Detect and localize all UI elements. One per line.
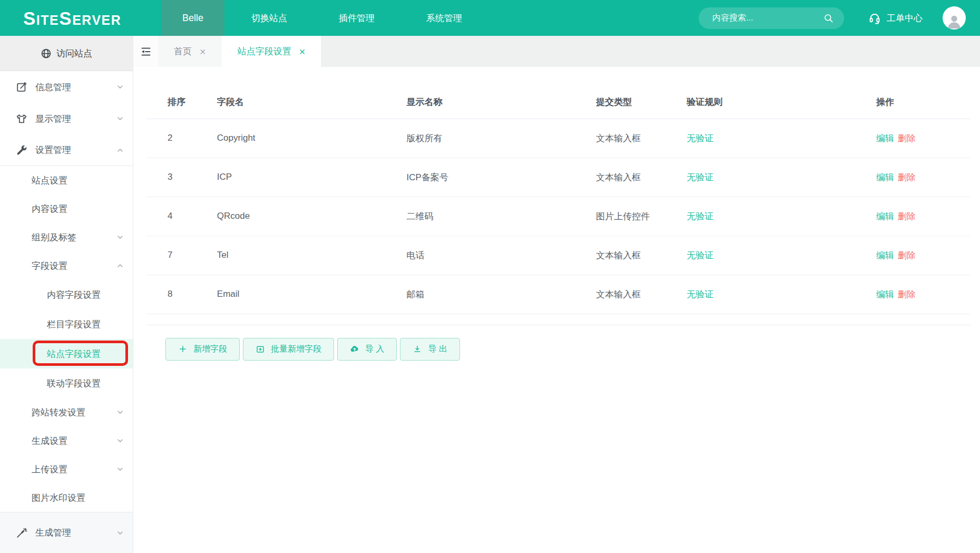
- sidebar-item-label: 生成设置: [32, 435, 67, 447]
- validation-rule-link[interactable]: 无验证: [687, 133, 713, 143]
- sidebar-item[interactable]: 设置管理: [0, 134, 133, 166]
- add-field-button[interactable]: 新增字段: [165, 338, 240, 361]
- header-nav-item[interactable]: 插件管理: [333, 12, 380, 24]
- sort-cell: 7: [146, 236, 196, 275]
- validation-rule-cell: 无验证: [665, 158, 855, 197]
- delete-link[interactable]: 删除: [898, 250, 916, 260]
- sidebar-item[interactable]: 生成设置: [0, 426, 133, 455]
- current-site-tab[interactable]: Belle: [161, 0, 224, 36]
- validation-rule-link[interactable]: 无验证: [687, 250, 713, 260]
- sidebar-item[interactable]: 组别及标签: [0, 223, 133, 251]
- header-nav-item[interactable]: 切换站点: [246, 12, 293, 24]
- chevron-up-icon: [116, 261, 124, 270]
- sidebar-item-label: 联动字段设置: [47, 377, 101, 390]
- edit-link[interactable]: 编辑: [876, 172, 894, 182]
- sidebar-item-label: 字段设置: [32, 260, 67, 272]
- validation-rule-cell: 无验证: [665, 119, 855, 158]
- button-label: 批量新增字段: [271, 344, 321, 355]
- tab-active[interactable]: 站点字段设置×: [222, 36, 321, 67]
- sidebar-item-label: 图片水印设置: [32, 492, 85, 504]
- header-nav-item[interactable]: 系统管理: [420, 12, 468, 24]
- sidebar-item[interactable]: 内容字段设置: [0, 280, 133, 309]
- sidebar-item[interactable]: 显示管理: [0, 103, 133, 134]
- chevron-down-icon: [116, 114, 124, 123]
- export-button[interactable]: 导 出: [400, 338, 459, 361]
- validation-rule-link[interactable]: 无验证: [687, 211, 713, 221]
- chevron-up-icon: [116, 146, 124, 154]
- edit-link[interactable]: 编辑: [876, 211, 894, 221]
- import-button[interactable]: 导 入: [337, 338, 397, 361]
- sidebar-item[interactable]: 图片水印设置: [0, 483, 133, 512]
- button-label: 导 出: [428, 344, 447, 355]
- field-name-cell: Email: [196, 275, 386, 314]
- sidebar-item[interactable]: 跨站转发设置: [0, 398, 133, 426]
- content-search-box[interactable]: [699, 7, 844, 29]
- delete-link[interactable]: 删除: [898, 172, 916, 182]
- tab[interactable]: 首页×: [158, 36, 222, 67]
- tab-bar: 首页×站点字段设置×: [133, 36, 980, 67]
- page-content: 排序字段名显示名称提交类型验证规则操作 2Copyright版权所有文本输入框无…: [133, 67, 980, 361]
- edit-link[interactable]: 编辑: [876, 289, 894, 299]
- tab-close-icon[interactable]: ×: [299, 46, 306, 57]
- sidebar-item[interactable]: 栏目字段设置: [0, 309, 133, 339]
- avatar[interactable]: [943, 6, 966, 30]
- input-type-cell: 文本输入框: [575, 158, 665, 197]
- table-row: 3ICPICP备案号文本输入框无验证编辑删除: [146, 158, 971, 197]
- search-input[interactable]: [712, 13, 824, 23]
- table-row: 4QRcode二维码图片上传控件无验证编辑删除: [146, 197, 971, 236]
- column-header: 操作: [855, 85, 971, 119]
- visit-site-button[interactable]: 访问站点: [0, 36, 133, 71]
- validation-rule-cell: 无验证: [665, 197, 855, 236]
- field-name-cell: Tel: [196, 236, 386, 275]
- validation-rule-link[interactable]: 无验证: [687, 289, 713, 299]
- app-logo: SITESERVER: [23, 9, 135, 27]
- logo-text: S: [23, 9, 36, 27]
- search-icon[interactable]: [824, 13, 834, 23]
- sidebar-item[interactable]: 生成管理: [0, 512, 133, 553]
- validation-rule-link[interactable]: 无验证: [687, 172, 713, 182]
- ticket-center-link[interactable]: 工单中心: [868, 12, 923, 24]
- chevron-down-icon: [116, 465, 124, 473]
- app-header: SITESERVER Belle 切换站点插件管理系统管理 工单中心: [0, 0, 980, 36]
- input-type-cell: 文本输入框: [575, 236, 665, 275]
- sort-cell: 3: [146, 158, 196, 197]
- display-name-cell: 二维码: [386, 197, 575, 236]
- edit-link[interactable]: 编辑: [876, 133, 894, 143]
- batch-add-fields-button[interactable]: 批量新增字段: [243, 338, 334, 361]
- column-header: 验证规则: [665, 85, 855, 119]
- sidebar-item[interactable]: 联动字段设置: [0, 368, 133, 398]
- display-name-cell: 邮箱: [386, 275, 575, 314]
- sidebar-item[interactable]: 上传设置: [0, 455, 133, 483]
- button-label: 导 入: [365, 344, 384, 355]
- delete-link[interactable]: 删除: [898, 133, 916, 143]
- collapse-sidebar-button[interactable]: [133, 36, 158, 67]
- fields-table: 排序字段名显示名称提交类型验证规则操作 2Copyright版权所有文本输入框无…: [146, 85, 971, 314]
- operations-cell: 编辑删除: [855, 119, 971, 158]
- sidebar-item[interactable]: 字段设置: [0, 251, 133, 280]
- column-header: 字段名: [196, 85, 386, 119]
- sidebar-item-label: 生成管理: [35, 527, 71, 539]
- sidebar-item-label: 栏目字段设置: [47, 318, 101, 331]
- input-type-cell: 文本输入框: [575, 275, 665, 314]
- sidebar-item-label: 内容设置: [32, 203, 67, 215]
- sidebar-item-label: 信息管理: [35, 81, 71, 93]
- sidebar-item-label: 组别及标签: [32, 231, 76, 244]
- edit-link[interactable]: 编辑: [876, 250, 894, 260]
- operations-cell: 编辑删除: [855, 197, 971, 236]
- sidebar-item[interactable]: 站点设置: [0, 166, 133, 195]
- globe-icon: [41, 48, 52, 59]
- delete-link[interactable]: 删除: [898, 211, 916, 221]
- headset-icon: [868, 12, 881, 24]
- chevron-down-icon: [116, 529, 124, 537]
- sidebar-item-active[interactable]: 站点字段设置: [0, 339, 133, 368]
- tab-close-icon[interactable]: ×: [200, 46, 206, 57]
- sidebar-item[interactable]: 内容设置: [0, 195, 133, 223]
- table-row: 7Tel电话文本输入框无验证编辑删除: [146, 236, 971, 275]
- sidebar-item-label: 显示管理: [35, 113, 71, 125]
- user-icon: [945, 13, 963, 30]
- delete-link[interactable]: 删除: [898, 289, 916, 299]
- plus-icon: [178, 344, 188, 354]
- sidebar-item[interactable]: 信息管理: [0, 71, 133, 103]
- edit-icon: [16, 81, 27, 93]
- column-header: 排序: [146, 85, 196, 119]
